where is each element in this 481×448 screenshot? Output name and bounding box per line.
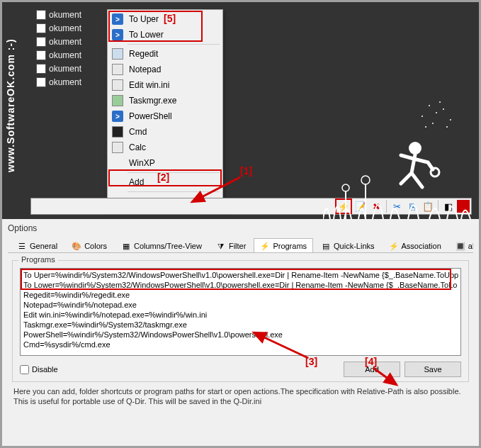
menu-item-edit-winini[interactable]: Edit win.ini bbox=[109, 77, 221, 93]
list-line[interactable]: Notepad=%windir%/notepad.exe bbox=[23, 300, 458, 310]
notepad-icon bbox=[112, 64, 123, 75]
svg-point-4 bbox=[450, 119, 451, 121]
paste-icon[interactable]: 📋 bbox=[421, 199, 435, 213]
menu-separator bbox=[128, 172, 220, 173]
file-icon bbox=[36, 77, 46, 87]
tab-filter[interactable]: ⧩Filter bbox=[210, 238, 252, 253]
group-label: Programs bbox=[18, 255, 58, 264]
tab-quicklinks[interactable]: ▤Quick-Links bbox=[315, 238, 380, 253]
powershell-icon: > bbox=[112, 13, 123, 25]
options-title: Options bbox=[8, 223, 473, 233]
options-tabbar: ☰General 🎨Colors ▦Columns/Tree-View ⧩Fil… bbox=[8, 237, 473, 253]
file-icon bbox=[36, 23, 46, 33]
copy-icon[interactable]: ⎘ bbox=[405, 199, 419, 213]
menu-item-calc[interactable]: Calc bbox=[109, 140, 221, 155]
delete-icon[interactable]: ✖ bbox=[369, 199, 383, 213]
tab-colors[interactable]: 🎨Colors bbox=[65, 238, 113, 253]
list-line[interactable]: Regedit=%windir%/regedit.exe bbox=[23, 290, 458, 300]
options-panel: Options ☰General 🎨Colors ▦Columns/Tree-V… bbox=[2, 219, 479, 446]
svg-point-1 bbox=[429, 105, 430, 106]
upper-panel: www.SoftwareOK.com :-) okument okument o… bbox=[2, 2, 479, 219]
tab-programs[interactable]: ⚡Programs bbox=[254, 238, 313, 253]
file-icon bbox=[36, 37, 46, 47]
svg-point-5 bbox=[432, 123, 434, 124]
svg-point-9 bbox=[409, 142, 421, 155]
association-icon: ⚡ bbox=[389, 241, 399, 251]
menu-item-add[interactable]: Add bbox=[109, 174, 221, 190]
list-item[interactable]: okument bbox=[36, 48, 81, 62]
toolbar: ⚡ 📝 ✖ ✂ ⎘ 📋 ◧ bbox=[30, 198, 472, 215]
list-line[interactable]: Taskmgr.exe=%windir%/System32/taskmgr.ex… bbox=[23, 320, 458, 330]
svg-point-8 bbox=[425, 126, 426, 128]
svg-point-3 bbox=[421, 116, 423, 117]
svg-point-0 bbox=[436, 112, 437, 113]
filter-icon: ⧩ bbox=[216, 241, 226, 251]
programs-listbox[interactable]: To Uper=%windir%/System32/WindowsPowerSh… bbox=[20, 268, 461, 356]
menu-item-taskmgr[interactable]: Taskmgr.exe bbox=[109, 93, 221, 108]
powershell-icon: > bbox=[112, 29, 123, 40]
menu-separator bbox=[128, 44, 220, 45]
add-button[interactable]: Add bbox=[344, 362, 400, 377]
notepad-icon bbox=[112, 79, 123, 91]
list-line[interactable]: To Uper=%windir%/System32/WindowsPowerSh… bbox=[23, 270, 458, 280]
quicklinks-icon: ▤ bbox=[321, 241, 331, 251]
menu-item-notepad[interactable]: Notepad bbox=[109, 62, 221, 77]
sidebar-url: www.SoftwareOK.com :-) bbox=[5, 6, 16, 205]
list-line[interactable]: Edit win.ini=%windir%/notepad.exe=%windi… bbox=[23, 310, 458, 320]
disable-checkbox[interactable]: Disable bbox=[20, 365, 58, 374]
programs-group: Programs To Uper=%windir%/System32/Windo… bbox=[12, 260, 469, 382]
menu-item-to-upper[interactable]: >To Uper bbox=[109, 11, 221, 27]
list-line[interactable]: PowerShell=%windir%/System32/WindowsPowe… bbox=[23, 330, 458, 340]
lightning-icon: ⚡ bbox=[260, 241, 270, 251]
help-text: Here you can add, folder shortcuts or pr… bbox=[13, 386, 468, 407]
file-icon bbox=[36, 10, 46, 20]
list-item[interactable]: okument bbox=[36, 35, 81, 48]
taskmgr-icon bbox=[112, 95, 123, 106]
svg-point-14 bbox=[342, 184, 349, 191]
rename-icon[interactable]: 📝 bbox=[353, 199, 368, 213]
menu-item-winxp[interactable]: WinXP bbox=[109, 155, 221, 171]
calc-icon bbox=[112, 142, 123, 153]
about-icon: 🔳 bbox=[455, 241, 465, 251]
menu-item-cmd[interactable]: Cmd bbox=[109, 124, 221, 140]
powershell-icon: > bbox=[112, 111, 123, 122]
context-menu: >To Uper >To Lower Regedit Notepad Edit … bbox=[107, 9, 223, 211]
tab-general[interactable]: ☰General bbox=[11, 238, 64, 253]
cmd-icon bbox=[112, 126, 123, 138]
svg-point-6 bbox=[439, 101, 441, 103]
tab-columns[interactable]: ▦Columns/Tree-View bbox=[115, 238, 208, 253]
svg-point-2 bbox=[443, 108, 444, 110]
disable-checkbox-input[interactable] bbox=[20, 365, 29, 374]
list-line[interactable]: Cmd=%sysdir%/cmd.exe bbox=[23, 340, 458, 349]
svg-point-10 bbox=[431, 168, 439, 177]
tab-association[interactable]: ⚡Association bbox=[383, 238, 448, 253]
record-icon[interactable] bbox=[457, 200, 470, 213]
svg-point-7 bbox=[446, 126, 448, 128]
list-item[interactable]: okument bbox=[36, 8, 81, 21]
file-icon bbox=[36, 64, 46, 74]
menu-item-powershell[interactable]: >PowerShell bbox=[109, 108, 221, 124]
svg-point-12 bbox=[361, 176, 370, 184]
list-item[interactable]: okument bbox=[36, 21, 81, 35]
file-icon bbox=[36, 50, 46, 60]
general-icon: ☰ bbox=[17, 241, 27, 251]
columns-icon: ▦ bbox=[121, 241, 131, 251]
cut-icon[interactable]: ✂ bbox=[390, 199, 404, 213]
document-list: okument okument okument okument okument … bbox=[36, 8, 81, 89]
annotation-label-1: [1] bbox=[240, 165, 252, 177]
lightning-icon[interactable]: ⚡ bbox=[335, 198, 352, 214]
colors-icon: 🎨 bbox=[72, 241, 81, 251]
list-item[interactable]: okument bbox=[36, 62, 81, 75]
view-icon[interactable]: ◧ bbox=[441, 199, 455, 213]
menu-separator bbox=[128, 191, 220, 192]
menu-item-to-lower[interactable]: >To Lower bbox=[109, 27, 221, 43]
list-line[interactable]: To Lower=%windir%/System32/WindowsPowerS… bbox=[23, 280, 458, 290]
save-button[interactable]: Save bbox=[404, 362, 461, 377]
list-item[interactable]: okument bbox=[36, 75, 81, 89]
regedit-icon bbox=[112, 48, 123, 60]
menu-item-regedit[interactable]: Regedit bbox=[109, 46, 221, 62]
tab-about[interactable]: 🔳about Q-Dir .. bbox=[449, 238, 473, 253]
